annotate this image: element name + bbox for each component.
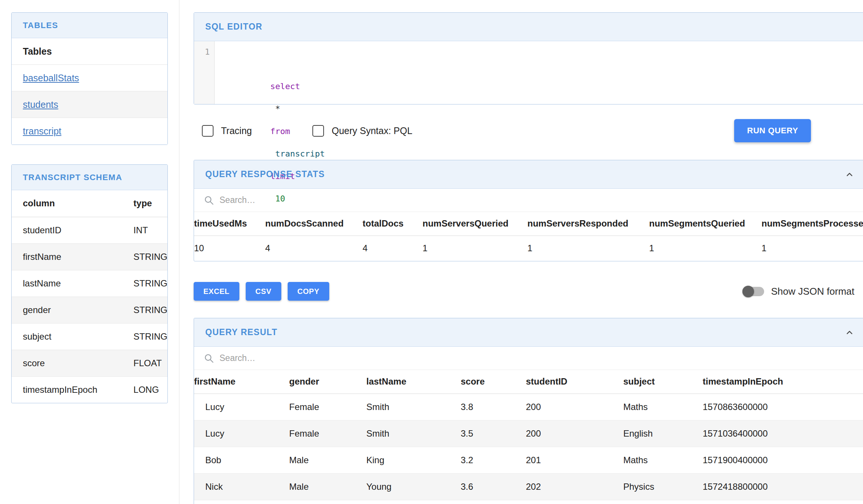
sidebar: TABLES Tables baseballStats students tra…: [11, 12, 168, 403]
query-response-stats-title: QUERY RESPONSE STATS: [205, 169, 325, 179]
query-response-stats-card: QUERY RESPONSE STATS timeUsedMs: [194, 160, 863, 261]
result-cell: Male: [289, 473, 366, 500]
result-cell: Lucy: [194, 394, 289, 420]
copy-button[interactable]: COPY: [288, 282, 329, 301]
result-cell: Young: [366, 473, 461, 500]
result-column-header: lastName: [366, 370, 461, 394]
stats-value: 4: [265, 236, 363, 261]
stats-search-input[interactable]: [219, 195, 384, 205]
result-column-header: timestampInEpoch: [703, 370, 863, 394]
result-row: Bob Male King 3.2 201 Maths 157190040000…: [194, 447, 863, 473]
search-icon: [204, 195, 214, 206]
schema-column-type: INT: [122, 217, 167, 243]
schema-column-name: lastName: [12, 270, 122, 297]
schema-card: TRANSCRIPT SCHEMA column type studentID …: [11, 164, 168, 403]
schema-row: lastName STRING: [12, 270, 167, 297]
result-search-input[interactable]: [219, 353, 384, 363]
query-controls-row: Tracing Query Syntax: PQL RUN QUERY: [194, 119, 863, 143]
line-number: 1: [194, 41, 215, 104]
stats-value: 1: [761, 236, 863, 261]
result-cell: Lucy: [194, 420, 289, 447]
tables-list: baseballStats students transcript: [12, 65, 167, 145]
tables-card: TABLES Tables baseballStats students tra…: [11, 12, 168, 145]
stats-table: timeUsedMsnumDocsScannedtotalDocsnumServ…: [194, 212, 863, 261]
result-cell: 3.6: [461, 473, 526, 500]
stats-value: 1: [649, 236, 761, 261]
stats-value: 1: [423, 236, 527, 261]
sql-token: from: [270, 127, 290, 136]
schema-column-type: STRING: [122, 323, 167, 350]
table-link[interactable]: baseballStats: [23, 73, 79, 84]
stats-header-row: timeUsedMsnumDocsScannedtotalDocsnumServ…: [194, 212, 863, 236]
schema-type-header: type: [122, 190, 167, 217]
result-row: Lucy Female Smith 3.8 200 Maths 15708636…: [194, 394, 863, 420]
schema-column-header: column: [12, 190, 122, 217]
schema-column-name: score: [12, 350, 122, 376]
tables-card-title: TABLES: [12, 13, 167, 38]
json-format-toggle-label: Show JSON format: [771, 286, 854, 297]
json-format-toggle-group: Show JSON format: [742, 286, 854, 297]
result-cell: 1571900400000: [703, 447, 863, 473]
query-result-card: QUERY RESULT firstNamegenderlas: [194, 318, 863, 504]
stats-column-header: numSegmentsProcessed: [761, 212, 863, 236]
table-link-row[interactable]: students: [12, 91, 167, 118]
result-cell: Maths: [623, 394, 703, 420]
schema-column-type: LONG: [122, 376, 167, 403]
result-cell: Physics: [623, 473, 703, 500]
table-link[interactable]: students: [23, 99, 58, 110]
result-cell: 202: [526, 473, 623, 500]
result-cell: 1571036400000: [703, 420, 863, 447]
schema-row: score FLOAT: [12, 350, 167, 376]
json-format-toggle[interactable]: [742, 287, 764, 296]
schema-card-title: TRANSCRIPT SCHEMA: [12, 165, 167, 190]
stats-value: 10: [194, 236, 265, 261]
export-row: EXCEL CSV COPY Show JSON format: [194, 282, 863, 301]
query-result-title: QUERY RESULT: [205, 327, 278, 337]
result-column-header: gender: [289, 370, 366, 394]
schema-column-type: FLOAT: [122, 350, 167, 376]
tracing-checkbox[interactable]: Tracing: [202, 125, 252, 137]
sql-editor-title: SQL EDITOR: [194, 13, 863, 41]
table-link[interactable]: transcript: [23, 126, 61, 137]
tracing-checkbox-box[interactable]: [202, 125, 214, 137]
pql-syntax-checkbox[interactable]: Query Syntax: PQL: [312, 125, 412, 137]
schema-column-type: STRING: [122, 270, 167, 297]
schema-row: firstName STRING: [12, 243, 167, 270]
sql-token: select: [270, 82, 300, 91]
collapse-result-button[interactable]: [844, 327, 855, 338]
result-cell: 200: [526, 394, 623, 420]
stats-column-header: numServersQueried: [423, 212, 527, 236]
result-cell: Bob: [194, 447, 289, 473]
result-header-row: firstNamegenderlastNamescorestudentIDsub…: [194, 370, 863, 394]
result-cell: Male: [289, 447, 366, 473]
table-link-row[interactable]: transcript: [12, 118, 167, 145]
stats-search-row: [194, 189, 863, 212]
schema-column-name: studentID: [12, 217, 122, 243]
result-cell: 201: [526, 447, 623, 473]
table-link-row[interactable]: baseballStats: [12, 65, 167, 91]
result-cell: 3.2: [461, 447, 526, 473]
sql-editor[interactable]: 1 select * from transcript limit 10: [194, 41, 863, 104]
result-cell: Smith: [366, 394, 461, 420]
toggle-knob[interactable]: [742, 286, 754, 297]
collapse-stats-button[interactable]: [844, 169, 855, 180]
stats-data-row: 10441111: [194, 236, 863, 261]
result-cell: 1570863600000: [703, 394, 863, 420]
schema-column-type: STRING: [122, 297, 167, 323]
result-column-header: firstName: [194, 370, 289, 394]
schema-row: timestampInEpoch LONG: [12, 376, 167, 403]
result-cell: English: [623, 420, 703, 447]
result-column-header: subject: [623, 370, 703, 394]
result-row: Nick Male Young 3.6 202 Physics 15724188…: [194, 473, 863, 500]
chevron-up-icon: [844, 169, 855, 180]
excel-button[interactable]: EXCEL: [194, 282, 239, 301]
stats-column-header: numDocsScanned: [265, 212, 363, 236]
sql-token: *: [270, 104, 285, 113]
schema-row: studentID INT: [12, 217, 167, 243]
csv-button[interactable]: CSV: [246, 282, 281, 301]
result-cell: Nick: [194, 473, 289, 500]
sql-code-line[interactable]: select * from transcript limit 10: [215, 41, 330, 104]
run-query-button[interactable]: RUN QUERY: [734, 119, 811, 142]
pql-syntax-checkbox-box[interactable]: [312, 125, 324, 137]
result-cell: 200: [526, 420, 623, 447]
